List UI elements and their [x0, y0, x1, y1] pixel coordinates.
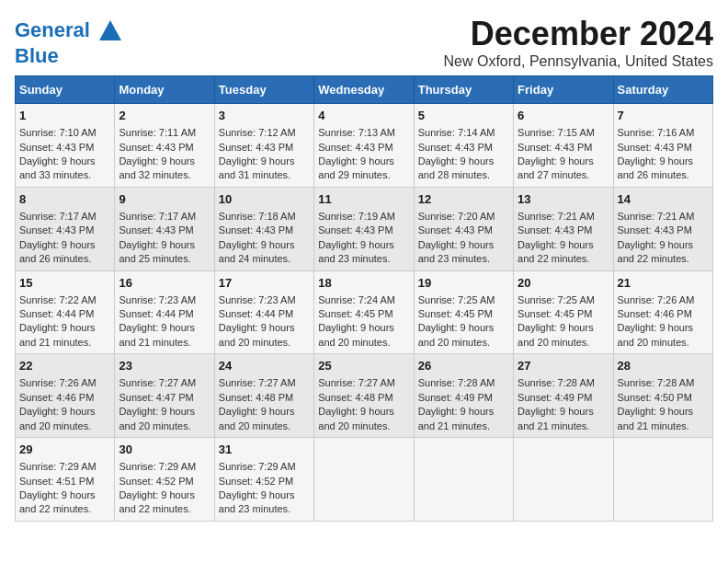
sunrise: Sunrise: 7:28 AM — [418, 377, 495, 388]
daylight: Daylight: 9 hours and 23 minutes. — [219, 489, 295, 514]
calendar-cell: 20Sunrise: 7:25 AMSunset: 4:45 PMDayligh… — [514, 270, 613, 354]
calendar-cell: 28Sunrise: 7:28 AMSunset: 4:50 PMDayligh… — [613, 354, 712, 438]
calendar-cell: 13Sunrise: 7:21 AMSunset: 4:43 PMDayligh… — [514, 187, 613, 270]
day-number: 5 — [418, 108, 509, 124]
calendar-header-tuesday: Tuesday — [214, 76, 313, 104]
sunrise: Sunrise: 7:21 AM — [618, 211, 695, 222]
sunset: Sunset: 4:44 PM — [19, 308, 94, 319]
sunset: Sunset: 4:43 PM — [618, 142, 692, 153]
daylight: Daylight: 9 hours and 21 minutes. — [518, 406, 594, 431]
calendar-header-wednesday: Wednesday — [314, 76, 414, 104]
calendar-cell: 25Sunrise: 7:27 AMSunset: 4:48 PMDayligh… — [314, 354, 414, 438]
day-number: 2 — [119, 108, 210, 124]
sunrise: Sunrise: 7:25 AM — [518, 294, 595, 305]
sunrise: Sunrise: 7:29 AM — [219, 461, 296, 472]
sunrise: Sunrise: 7:29 AM — [119, 461, 196, 472]
sunset: Sunset: 4:46 PM — [618, 308, 692, 319]
sunset: Sunset: 4:47 PM — [119, 392, 193, 403]
sunrise: Sunrise: 7:23 AM — [119, 294, 196, 305]
sunrise: Sunrise: 7:16 AM — [618, 127, 695, 138]
day-number: 31 — [219, 442, 310, 458]
daylight: Daylight: 9 hours and 22 minutes. — [518, 239, 594, 264]
sunrise: Sunrise: 7:17 AM — [19, 211, 97, 222]
calendar-cell: 3Sunrise: 7:12 AMSunset: 4:43 PMDaylight… — [214, 104, 313, 188]
calendar-cell: 2Sunrise: 7:11 AMSunset: 4:43 PMDaylight… — [115, 104, 214, 188]
daylight: Daylight: 9 hours and 22 minutes. — [119, 489, 195, 514]
sunset: Sunset: 4:43 PM — [518, 224, 592, 236]
day-number: 23 — [119, 358, 210, 374]
sunrise: Sunrise: 7:27 AM — [318, 377, 395, 388]
day-number: 21 — [618, 275, 709, 292]
sunset: Sunset: 4:48 PM — [219, 392, 293, 403]
day-number: 6 — [518, 108, 609, 124]
daylight: Daylight: 9 hours and 21 minutes. — [618, 406, 694, 431]
sunset: Sunset: 4:52 PM — [219, 476, 293, 487]
sunset: Sunset: 4:43 PM — [318, 224, 392, 236]
calendar-week-row: 1Sunrise: 7:10 AMSunset: 4:43 PMDaylight… — [16, 104, 713, 188]
sunrise: Sunrise: 7:11 AM — [119, 127, 196, 138]
sunset: Sunset: 4:43 PM — [518, 142, 592, 153]
day-number: 11 — [318, 191, 409, 208]
daylight: Daylight: 9 hours and 23 minutes. — [418, 239, 495, 264]
calendar-week-row: 15Sunrise: 7:22 AMSunset: 4:44 PMDayligh… — [16, 270, 713, 354]
calendar-cell — [414, 438, 513, 522]
calendar-cell: 4Sunrise: 7:13 AMSunset: 4:43 PMDaylight… — [314, 104, 414, 188]
sunset: Sunset: 4:45 PM — [318, 308, 392, 319]
sunrise: Sunrise: 7:25 AM — [418, 294, 495, 305]
day-number: 22 — [19, 358, 110, 374]
sunrise: Sunrise: 7:10 AM — [19, 127, 97, 138]
day-number: 8 — [19, 191, 110, 208]
daylight: Daylight: 9 hours and 22 minutes. — [618, 239, 694, 264]
calendar-cell: 26Sunrise: 7:28 AMSunset: 4:49 PMDayligh… — [414, 354, 513, 438]
calendar-cell: 11Sunrise: 7:19 AMSunset: 4:43 PMDayligh… — [314, 187, 414, 270]
calendar-cell: 6Sunrise: 7:15 AMSunset: 4:43 PMDaylight… — [514, 104, 613, 188]
sunset: Sunset: 4:45 PM — [518, 308, 592, 319]
day-number: 29 — [19, 442, 110, 458]
day-number: 30 — [119, 442, 210, 458]
sunrise: Sunrise: 7:21 AM — [518, 211, 595, 222]
calendar-header-monday: Monday — [115, 76, 214, 104]
calendar-week-row: 22Sunrise: 7:26 AMSunset: 4:46 PMDayligh… — [16, 354, 713, 438]
calendar-cell: 10Sunrise: 7:18 AMSunset: 4:43 PMDayligh… — [214, 187, 313, 270]
daylight: Daylight: 9 hours and 20 minutes. — [318, 406, 394, 431]
daylight: Daylight: 9 hours and 29 minutes. — [318, 155, 394, 180]
day-number: 3 — [219, 108, 310, 124]
sunset: Sunset: 4:44 PM — [219, 308, 293, 319]
calendar-cell — [613, 438, 712, 522]
calendar-cell: 5Sunrise: 7:14 AMSunset: 4:43 PMDaylight… — [414, 104, 513, 188]
daylight: Daylight: 9 hours and 23 minutes. — [318, 239, 394, 264]
calendar-cell: 17Sunrise: 7:23 AMSunset: 4:44 PMDayligh… — [214, 270, 313, 354]
day-number: 18 — [318, 275, 409, 292]
calendar-cell: 31Sunrise: 7:29 AMSunset: 4:52 PMDayligh… — [214, 438, 313, 522]
calendar-table: SundayMondayTuesdayWednesdayThursdayFrid… — [15, 75, 713, 522]
calendar-header-friday: Friday — [514, 76, 613, 104]
sunrise: Sunrise: 7:22 AM — [19, 294, 97, 305]
daylight: Daylight: 9 hours and 28 minutes. — [418, 155, 495, 180]
calendar-cell: 8Sunrise: 7:17 AMSunset: 4:43 PMDaylight… — [16, 187, 115, 270]
day-number: 16 — [119, 275, 210, 292]
day-number: 10 — [219, 191, 310, 208]
sunrise: Sunrise: 7:15 AM — [518, 127, 595, 138]
daylight: Daylight: 9 hours and 20 minutes. — [318, 322, 394, 347]
day-number: 27 — [518, 358, 609, 374]
sunset: Sunset: 4:44 PM — [119, 308, 193, 319]
sunrise: Sunrise: 7:27 AM — [219, 377, 296, 388]
sunset: Sunset: 4:43 PM — [618, 224, 692, 236]
sunset: Sunset: 4:43 PM — [19, 142, 94, 153]
calendar-header-row: SundayMondayTuesdayWednesdayThursdayFrid… — [16, 76, 713, 104]
sunset: Sunset: 4:46 PM — [19, 392, 94, 403]
calendar-header-saturday: Saturday — [613, 76, 712, 104]
logo: General Blue — [15, 18, 123, 67]
daylight: Daylight: 9 hours and 20 minutes. — [618, 322, 694, 347]
day-number: 17 — [219, 275, 310, 292]
sunrise: Sunrise: 7:17 AM — [119, 211, 196, 222]
daylight: Daylight: 9 hours and 20 minutes. — [119, 406, 195, 431]
calendar-cell: 22Sunrise: 7:26 AMSunset: 4:46 PMDayligh… — [16, 354, 115, 438]
daylight: Daylight: 9 hours and 25 minutes. — [119, 239, 195, 264]
daylight: Daylight: 9 hours and 20 minutes. — [19, 406, 96, 431]
sunset: Sunset: 4:43 PM — [418, 142, 493, 153]
calendar-cell: 24Sunrise: 7:27 AMSunset: 4:48 PMDayligh… — [214, 354, 313, 438]
sunrise: Sunrise: 7:26 AM — [19, 377, 97, 388]
sunset: Sunset: 4:49 PM — [418, 392, 493, 403]
sunrise: Sunrise: 7:20 AM — [418, 211, 495, 222]
